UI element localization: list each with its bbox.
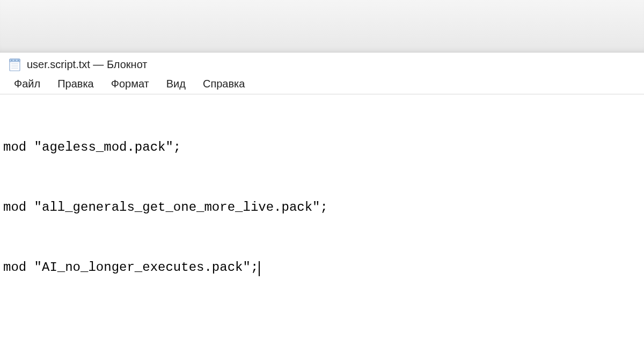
- menu-file[interactable]: Файл: [5, 76, 49, 92]
- notepad-icon: [9, 57, 21, 71]
- titlebar[interactable]: user.script.txt — Блокнот: [0, 53, 644, 74]
- title-filename: user.script.txt: [27, 58, 90, 70]
- title-appname: Блокнот: [107, 58, 148, 70]
- menu-edit[interactable]: Правка: [49, 76, 103, 92]
- menubar: Файл Правка Формат Вид Справка: [0, 74, 644, 94]
- browser-top-space: [0, 0, 644, 53]
- menu-help[interactable]: Справка: [194, 76, 253, 92]
- svg-point-3: [14, 60, 16, 61]
- editor-line: mod "ageless_mod.pack";: [3, 137, 641, 157]
- menu-format[interactable]: Формат: [103, 76, 158, 92]
- title-separator: —: [90, 58, 107, 70]
- svg-point-4: [18, 60, 19, 61]
- editor-line: mod "all_generals_get_one_more_live.pack…: [3, 197, 641, 217]
- editor-line-text: mod "AI_no_longer_executes.pack";: [3, 260, 258, 275]
- text-cursor: [259, 261, 260, 276]
- text-editor-area[interactable]: mod "ageless_mod.pack"; mod "all_general…: [0, 94, 644, 320]
- editor-line: mod "AI_no_longer_executes.pack";: [3, 257, 641, 277]
- notepad-window: user.script.txt — Блокнот Файл Правка Фо…: [0, 53, 644, 320]
- window-title: user.script.txt — Блокнот: [27, 58, 148, 71]
- svg-point-2: [11, 60, 12, 61]
- menu-view[interactable]: Вид: [158, 76, 194, 92]
